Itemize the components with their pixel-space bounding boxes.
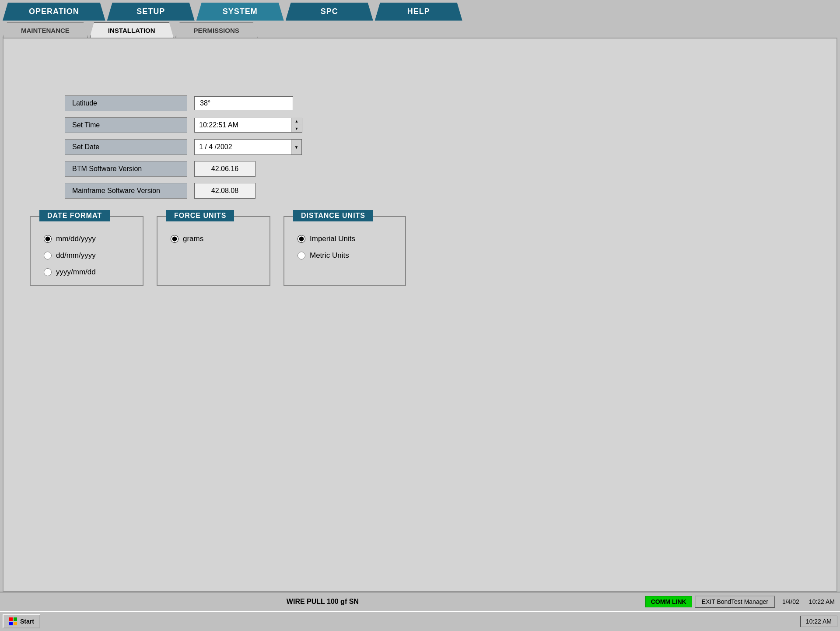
radio-ddmmyyyy[interactable]	[44, 252, 52, 259]
force-units-title: FORCE UNITS	[166, 210, 234, 221]
radio-imperial-label: Imperial Units	[310, 235, 355, 243]
tab-setup[interactable]: SETUP	[107, 3, 195, 21]
radio-metric[interactable]	[298, 252, 305, 259]
comm-link-badge: COMM LINK	[645, 596, 692, 607]
tab-installation[interactable]: INSTALLATION	[90, 22, 174, 38]
form-section: Latitude Set Time ▲ ▼ Set Date ▼ BT	[65, 95, 819, 199]
distance-units-panel: DISTANCE UNITS Imperial Units Metric Uni…	[284, 216, 406, 286]
time-down-button[interactable]: ▼	[291, 125, 302, 132]
force-units-grams[interactable]: grams	[171, 235, 256, 243]
date-format-radio-group: mm/dd/yyyy dd/mm/yyyy yyyy/mm/dd	[44, 235, 130, 277]
mainframe-version-value: 42.08.08	[194, 183, 256, 199]
force-units-panel: FORCE UNITS grams	[157, 216, 270, 286]
date-format-mmddyyyy[interactable]: mm/dd/yyyy	[44, 235, 130, 243]
date-format-yyyymmdd[interactable]: yyyy/mm/dd	[44, 268, 130, 277]
latitude-label: Latitude	[65, 95, 187, 111]
btm-version-label: BTM Software Version	[65, 161, 187, 177]
tab-permissions[interactable]: PERMISSIONS	[175, 22, 258, 38]
taskbar: Start 10:22 AM	[0, 611, 840, 631]
date-format-ddmmyyyy[interactable]: dd/mm/yyyy	[44, 251, 130, 260]
date-input-wrapper: ▼	[194, 139, 302, 155]
start-label: Start	[20, 618, 34, 625]
status-bar: WIRE PULL 100 gf SN COMM LINK EXIT BondT…	[0, 592, 840, 611]
date-input[interactable]	[195, 140, 291, 154]
btm-version-row: BTM Software Version 42.06.16	[65, 161, 819, 177]
radio-yyyymmdd-label: yyyy/mm/dd	[56, 268, 96, 277]
panels-section: DATE FORMAT mm/dd/yyyy dd/mm/yyyy yyyy/m…	[30, 216, 819, 286]
exit-button[interactable]: EXIT BondTest Manager	[695, 596, 775, 608]
start-button[interactable]: Start	[3, 614, 40, 628]
time-input-wrapper: ▲ ▼	[194, 118, 302, 133]
time-up-button[interactable]: ▲	[291, 118, 302, 125]
distance-units-radio-group: Imperial Units Metric Units	[298, 235, 392, 260]
set-date-label: Set Date	[65, 139, 187, 155]
radio-mmddyyyy-label: mm/dd/yyyy	[56, 235, 96, 243]
set-time-row: Set Time ▲ ▼	[65, 117, 819, 133]
main-content: Latitude Set Time ▲ ▼ Set Date ▼ BT	[3, 38, 837, 592]
mainframe-version-row: Mainframe Software Version 42.08.08	[65, 183, 819, 199]
btm-version-value: 42.06.16	[194, 161, 256, 177]
mainframe-version-label: Mainframe Software Version	[65, 183, 187, 199]
radio-imperial[interactable]	[298, 235, 305, 243]
status-date: 1/4/02	[778, 598, 804, 605]
latitude-input[interactable]	[194, 96, 293, 110]
windows-logo-icon	[9, 617, 18, 626]
date-format-panel: DATE FORMAT mm/dd/yyyy dd/mm/yyyy yyyy/m…	[30, 216, 144, 286]
force-units-radio-group: grams	[171, 235, 256, 243]
date-dropdown-button[interactable]: ▼	[291, 140, 301, 154]
time-spinner: ▲ ▼	[291, 118, 302, 132]
wire-pull-status: WIRE PULL 100 gf SN	[3, 598, 643, 606]
top-nav: OPERATION SETUP SYSTEM SPC HELP	[0, 0, 840, 21]
tab-maintenance[interactable]: MAINTENANCE	[3, 22, 88, 38]
status-time: 10:22 AM	[806, 598, 837, 605]
tab-system[interactable]: SYSTEM	[196, 3, 284, 21]
set-date-row: Set Date ▼	[65, 139, 819, 155]
distance-units-imperial[interactable]: Imperial Units	[298, 235, 392, 243]
svg-rect-2	[9, 622, 13, 625]
time-input[interactable]	[195, 119, 291, 132]
latitude-row: Latitude	[65, 95, 819, 111]
svg-rect-3	[14, 622, 17, 625]
svg-rect-0	[9, 617, 13, 621]
set-time-label: Set Time	[65, 117, 187, 133]
date-format-title: DATE FORMAT	[39, 210, 110, 221]
radio-ddmmyyyy-label: dd/mm/yyyy	[56, 251, 96, 260]
tab-help[interactable]: HELP	[375, 3, 462, 21]
radio-metric-label: Metric Units	[310, 251, 349, 260]
radio-yyyymmdd[interactable]	[44, 268, 52, 276]
sub-nav: MAINTENANCE INSTALLATION PERMISSIONS	[0, 21, 840, 38]
distance-units-title: DISTANCE UNITS	[293, 210, 373, 221]
radio-grams[interactable]	[171, 235, 178, 243]
distance-units-metric[interactable]: Metric Units	[298, 251, 392, 260]
tab-operation[interactable]: OPERATION	[3, 3, 105, 21]
taskbar-clock: 10:22 AM	[800, 616, 837, 627]
tab-spc[interactable]: SPC	[286, 3, 373, 21]
radio-mmddyyyy[interactable]	[44, 235, 52, 243]
svg-rect-1	[14, 617, 17, 621]
radio-grams-label: grams	[183, 235, 203, 243]
